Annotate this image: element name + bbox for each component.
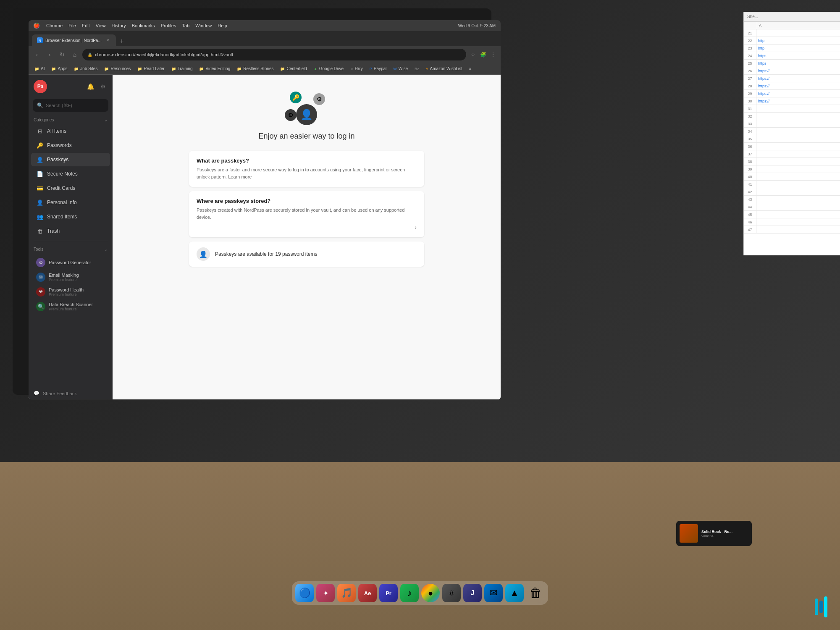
tools-item-label: Data Breach Scanner xyxy=(49,302,93,307)
new-tab-button[interactable]: + xyxy=(117,36,127,46)
back-button[interactable]: ‹ xyxy=(32,50,42,60)
sidebar-item-all-items[interactable]: ⊞ All Items xyxy=(31,124,110,138)
column-header: A xyxy=(757,22,840,29)
tools-item-password-health[interactable]: ❤ Password Health Premium feature xyxy=(31,285,110,299)
settings-icon[interactable]: ⚙ xyxy=(98,82,108,91)
dock-item-finder[interactable]: 🔵 xyxy=(295,584,314,602)
dock-item-slack[interactable]: # xyxy=(442,584,461,602)
menu-view[interactable]: View xyxy=(96,23,106,28)
bookmark-restless-stories[interactable]: 📁 Restless Stories xyxy=(234,66,276,72)
dock-item-trash[interactable]: 🗑 xyxy=(526,584,545,602)
sidebar-item-label: Trash xyxy=(47,228,60,234)
categories-label: Categories xyxy=(34,118,54,122)
spreadsheet-row: 26 https:// xyxy=(744,67,840,75)
row-number: 30 xyxy=(744,97,756,105)
dock-item-vpn[interactable]: ▲ xyxy=(505,584,524,602)
faq-card-where-stored: Where are passkeys stored? Passkeys crea… xyxy=(189,191,424,237)
row-cell: https xyxy=(756,61,768,66)
sidebar-item-shared-items[interactable]: 👥 Shared Items xyxy=(31,210,110,223)
menu-profiles[interactable]: Profiles xyxy=(161,23,176,28)
home-button[interactable]: ⌂ xyxy=(70,50,80,60)
tools-collapse-icon[interactable]: ⌄ xyxy=(104,247,108,252)
menu-chrome[interactable]: Chrome xyxy=(46,23,63,28)
bookmark-google-drive[interactable]: ▲ Google Drive xyxy=(311,66,346,72)
sidebar-item-credit-cards[interactable]: 💳 Credit Cards xyxy=(31,181,110,195)
tools-item-password-generator[interactable]: ⚙ Password Generator xyxy=(31,255,110,270)
sidebar-item-label: Personal Info xyxy=(47,200,77,205)
spreadsheet-row: 27 https:// xyxy=(744,75,840,82)
spreadsheet-row: 32 xyxy=(744,113,840,120)
tools-item-sub-label: Premium feature xyxy=(49,278,79,282)
sidebar-item-trash[interactable]: 🗑 Trash xyxy=(31,224,110,238)
tools-item-email-masking[interactable]: ✉ Email Masking Premium feature xyxy=(31,270,110,284)
dock-item-j[interactable]: J xyxy=(463,584,482,602)
bookmark-apps[interactable]: 📁 Apps xyxy=(49,66,70,72)
tab-close-button[interactable]: ✕ xyxy=(105,37,111,43)
forward-button[interactable]: › xyxy=(45,50,55,60)
share-feedback-button[interactable]: 💬 Share Feedback xyxy=(34,391,108,396)
bookmark-training[interactable]: 📁 Training xyxy=(169,66,195,72)
bookmark-star-icon[interactable]: ☆ xyxy=(469,50,477,59)
bookmark-resources[interactable]: 📁 Resources xyxy=(102,66,133,72)
notifications-icon[interactable]: 🔔 xyxy=(86,82,95,91)
sidebar-search[interactable]: 🔍 Search (⌘F) xyxy=(33,99,108,112)
spreadsheet-tab-bar: She... xyxy=(744,12,840,22)
bookmark-label: Wise xyxy=(399,66,408,71)
sidebar-item-passwords[interactable]: 🔑 Passwords xyxy=(31,139,110,152)
dock-item-1[interactable]: ✦ xyxy=(316,584,335,602)
sidebar-item-passkeys[interactable]: 👤 Passkeys xyxy=(31,153,110,166)
amazon-icon: A xyxy=(426,67,428,71)
row-number: 23 xyxy=(744,45,756,52)
bookmark-label: AI xyxy=(41,66,45,71)
menu-file[interactable]: File xyxy=(68,23,76,28)
dock-item-adobe[interactable]: Ae xyxy=(358,584,377,602)
adobe-icon: Ae xyxy=(364,590,371,596)
tools-item-label: Email Masking xyxy=(49,273,79,278)
dock-item-spotify[interactable]: ♪ xyxy=(400,584,419,602)
sidebar-item-secure-notes[interactable]: 📄 Secure Notes xyxy=(31,167,110,181)
faq-expand-icon[interactable]: › xyxy=(415,224,417,231)
menu-edit[interactable]: Edit xyxy=(82,23,90,28)
row-number: 21 xyxy=(744,29,756,37)
bookmark-bizcover[interactable]: Bz xyxy=(412,66,422,72)
bookmark-wise[interactable]: W Wise xyxy=(391,66,410,72)
tab-label: Browser Extension | NordPa... xyxy=(45,38,102,43)
more-options-icon[interactable]: ⋮ xyxy=(489,50,497,59)
bookmark-job-sites[interactable]: 📁 Job Sites xyxy=(71,66,100,72)
logo-bar-cyan xyxy=(815,598,818,615)
dock-item-premiere[interactable]: Pr xyxy=(379,584,398,602)
bookmark-hrry[interactable]: ♫ Hrry xyxy=(348,66,365,72)
bookmark-centerfield[interactable]: 📁 Centerfield xyxy=(278,66,309,72)
extension-icon[interactable]: 🧩 xyxy=(479,50,487,59)
tools-item-data-breach-scanner[interactable]: 🔍 Data Breach Scanner Premium feature xyxy=(31,299,110,314)
menu-help[interactable]: Help xyxy=(218,23,227,28)
sidebar-item-personal-info[interactable]: 👤 Personal Info xyxy=(31,196,110,209)
avatar[interactable]: Pa xyxy=(34,80,47,93)
dock-item-mail[interactable]: ✉ xyxy=(484,584,503,602)
dock-item-podcast[interactable]: 🎵 xyxy=(337,584,356,602)
sidebar-header: Pa 🔔 ⚙ xyxy=(29,75,113,97)
bookmark-amazon[interactable]: A Amazon WishList xyxy=(423,66,465,72)
spreadsheet-row: 39 xyxy=(744,165,840,173)
bookmark-paypal[interactable]: P Paypal xyxy=(367,66,389,72)
bookmark-video-editing[interactable]: 📁 Video Editing xyxy=(197,66,233,72)
bookmark-ai[interactable]: 📁 AI xyxy=(32,66,47,72)
bookmark-more[interactable]: » xyxy=(467,66,474,72)
sheet-tab-name[interactable]: She... xyxy=(747,14,758,19)
menu-window[interactable]: Window xyxy=(195,23,212,28)
address-bar[interactable]: 🔒 chrome-extension://eiaeiblijfjekdanodk… xyxy=(82,49,466,60)
bookmark-label: Paypal xyxy=(374,66,387,71)
menu-history[interactable]: History xyxy=(111,23,126,28)
passkeys-main-icon: 👤 xyxy=(296,104,317,125)
categories-collapse-icon[interactable]: ⌄ xyxy=(104,118,108,122)
dock-item-chrome[interactable]: ● xyxy=(421,584,440,602)
sidebar-item-label: Passkeys xyxy=(47,157,68,163)
row-cell: https:// xyxy=(756,76,771,81)
bookmark-read-later[interactable]: 📁 Read Later xyxy=(135,66,167,72)
folder-icon: 📁 xyxy=(137,67,142,71)
menu-bookmarks[interactable]: Bookmarks xyxy=(132,23,155,28)
row-number: 42 xyxy=(744,188,756,195)
menu-tab[interactable]: Tab xyxy=(182,23,189,28)
reload-button[interactable]: ↻ xyxy=(57,50,67,60)
browser-tab-active[interactable]: N Browser Extension | NordPa... ✕ xyxy=(32,34,116,46)
